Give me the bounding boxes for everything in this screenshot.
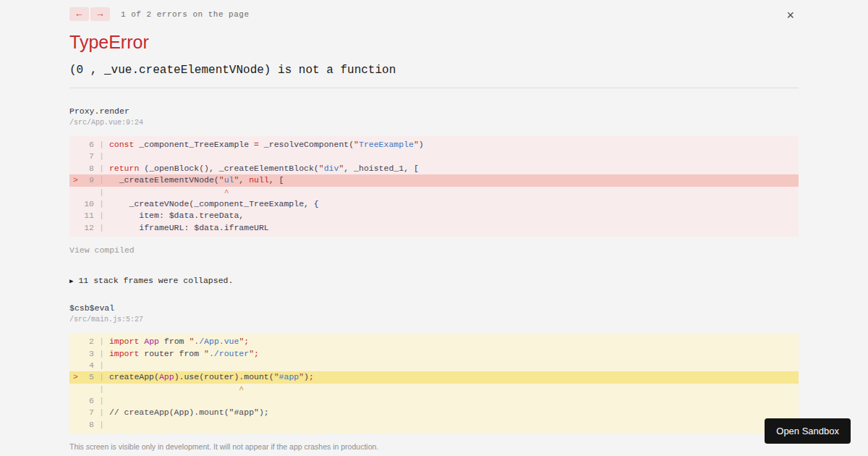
code-line: 4|: [69, 360, 799, 371]
arrow-left-icon: ←: [77, 7, 82, 21]
close-icon: ×: [786, 8, 794, 22]
code-line: 8|: [69, 419, 799, 431]
next-error-button[interactable]: →: [90, 7, 110, 21]
view-compiled-link[interactable]: View compiled: [69, 245, 135, 255]
code-line: 12| iframeURL: $data.iframeURL: [69, 222, 799, 234]
frame-function-name: $csb$eval: [69, 303, 799, 313]
footer-note-line: This screen is visible only in developme…: [69, 441, 799, 453]
error-type-title: TypeError: [69, 32, 799, 53]
code-line: 3|import router from "./router";: [69, 348, 799, 360]
footer-note-line: Open your browser’s developer console to…: [69, 453, 799, 456]
code-line: 2|import App from "./App.vue";: [69, 336, 799, 347]
footer-notes: This screen is visible only in developme…: [69, 441, 799, 456]
error-navbar: ← → 1 of 2 errors on the page: [69, 0, 799, 21]
error-overlay: ← → 1 of 2 errors on the page × TypeErro…: [0, 0, 868, 456]
error-message: (0 , _vue.createElementVNode) is not a f…: [69, 64, 799, 77]
arrow-right-icon: →: [98, 7, 103, 21]
open-sandbox-button[interactable]: Open Sandbox: [765, 418, 851, 444]
frame-function-name: Proxy.render: [69, 106, 799, 116]
stack-frame-proxy-render: Proxy.render /src/App.vue:9:24 6|const _…: [69, 106, 799, 256]
triangle-right-icon: ▶: [69, 278, 73, 285]
code-line: 7|: [69, 151, 799, 162]
code-line: >5|createApp(App).use(router).mount("#ap…: [69, 371, 799, 383]
code-frame-main-js: 2|import App from "./App.vue"; 3|import …: [69, 333, 799, 434]
code-line: >9| _createElementVNode("ul", null, [: [69, 174, 799, 186]
code-line: 11| item: $data.treeData,: [69, 210, 799, 221]
code-line: 6|: [69, 395, 799, 407]
divider: [69, 88, 799, 88]
collapsed-frames-toggle[interactable]: ▶11 stack frames were collapsed.: [69, 276, 799, 285]
close-button[interactable]: ×: [786, 9, 794, 22]
code-line: 10| _createVNode(_component_TreeExample,…: [69, 198, 799, 210]
frame-location: /src/App.vue:9:24: [69, 119, 799, 127]
code-frame-app-vue: 6|const _component_TreeExample = _resolv…: [69, 136, 799, 237]
code-caret-line: | ^: [69, 187, 799, 198]
stack-frame-csb-eval: $csb$eval /src/main.js:5:27 2|import App…: [69, 303, 799, 434]
code-caret-line: | ^: [69, 384, 799, 395]
error-counter: 1 of 2 errors on the page: [121, 10, 250, 19]
collapsed-frames-label: 11 stack frames were collapsed.: [78, 276, 233, 285]
code-line: 8|return (_openBlock(), _createElementBl…: [69, 163, 799, 174]
code-line: 7|// createApp(App).mount("#app");: [69, 407, 799, 418]
frame-location: /src/main.js:5:27: [69, 316, 799, 324]
previous-error-button[interactable]: ←: [69, 7, 89, 21]
code-line: 6|const _component_TreeExample = _resolv…: [69, 139, 799, 151]
